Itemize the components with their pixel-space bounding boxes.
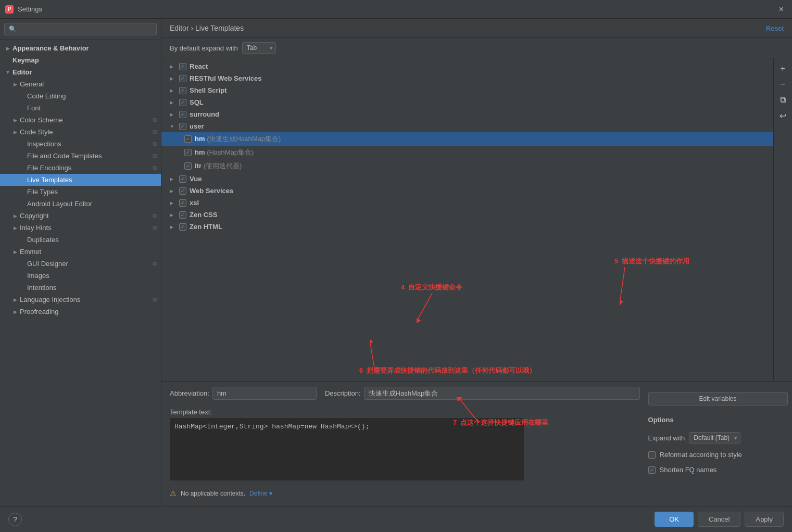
tree-arrow	[11, 308, 19, 315]
tree-arrow	[4, 69, 11, 76]
sidebar-item-code-editing[interactable]: Code Editing	[0, 90, 161, 102]
reformat-checkbox[interactable]	[648, 451, 656, 459]
tpl-group-zencss[interactable]: ▶Zen CSS	[161, 209, 773, 221]
sidebar-item-intentions[interactable]: Intentions	[0, 282, 161, 294]
sidebar-item-gui-designer[interactable]: GUI Designer⧉	[0, 258, 161, 270]
tpl-group-sql[interactable]: ▶SQL	[161, 96, 773, 108]
warning-text: No applicable contexts.	[181, 490, 245, 497]
group-arrow: ▶	[170, 112, 177, 117]
group-checkbox[interactable]	[179, 111, 186, 118]
sidebar-item-emmet[interactable]: Emmet	[0, 246, 161, 258]
template-text-label: Template text:	[170, 408, 640, 416]
sidebar-item-label: Color Scheme	[20, 116, 150, 124]
shorten-fq-checkbox[interactable]	[648, 466, 656, 474]
apply-button[interactable]: Apply	[745, 512, 784, 527]
group-checkbox[interactable]	[179, 187, 186, 195]
sidebar-item-label: Language Injections	[20, 296, 150, 303]
tpl-item-hm1[interactable]: hm (快速生成HashMap集合)	[161, 132, 773, 146]
group-checkbox[interactable]	[179, 75, 186, 82]
item-checkbox[interactable]	[184, 162, 192, 170]
tpl-item-itr[interactable]: itr (使用迭代器)	[161, 159, 773, 173]
tree-arrow	[19, 200, 26, 208]
ok-button[interactable]: OK	[655, 512, 694, 527]
tpl-group-zenhtml[interactable]: ▶Zen HTML	[161, 221, 773, 233]
template-text-editor[interactable]	[170, 418, 524, 480]
sidebar-tree: Appearance & BehaviorKeymapEditorGeneral…	[0, 40, 161, 506]
group-checkbox[interactable]	[179, 63, 186, 70]
help-button[interactable]: ?	[8, 513, 22, 526]
sidebar-item-color-scheme[interactable]: Color Scheme⧉	[0, 114, 161, 126]
warning-row: ⚠ No applicable contexts. Define ▾	[170, 486, 640, 501]
description-input[interactable]	[364, 387, 640, 400]
sidebar-item-editor[interactable]: Editor	[0, 66, 161, 78]
item-checkbox[interactable]	[184, 149, 192, 156]
item-checkbox[interactable]	[184, 135, 192, 143]
group-checkbox[interactable]	[179, 87, 186, 94]
reset-button[interactable]: Reset	[766, 24, 784, 32]
sidebar-item-inspections[interactable]: Inspections⧉	[0, 138, 161, 150]
reset-tool-button[interactable]: ↩	[777, 109, 789, 122]
group-arrow: ▼	[170, 124, 177, 129]
sidebar-item-images[interactable]: Images	[0, 270, 161, 282]
abbreviation-group: Abbreviation:	[170, 387, 317, 400]
sidebar-item-inlay-hints[interactable]: Inlay Hints⧉	[0, 222, 161, 234]
main-split: ▶React▶RESTful Web Services▶Shell Script…	[161, 58, 792, 381]
sidebar-item-keymap[interactable]: Keymap	[0, 54, 161, 66]
remove-button[interactable]: −	[777, 78, 789, 91]
sidebar-item-label: Code Style	[20, 128, 150, 136]
sidebar-item-file-encodings[interactable]: File Encodings⧉	[0, 162, 161, 174]
sidebar-item-lang-injections[interactable]: Language Injections⧉	[0, 294, 161, 306]
sidebar-item-copyright[interactable]: Copyright⧉	[0, 210, 161, 222]
fields-row: Abbreviation: Description:	[170, 387, 640, 400]
sidebar-item-file-types[interactable]: File Types	[0, 186, 161, 198]
expand-with-option: Expand with Default (Tab)	[648, 432, 788, 444]
group-checkbox[interactable]	[179, 175, 186, 183]
sidebar-item-file-templates[interactable]: File and Code Templates⧉	[0, 150, 161, 162]
search-input[interactable]	[4, 23, 157, 35]
tpl-group-react[interactable]: ▶React	[161, 60, 773, 72]
tpl-group-webservices[interactable]: ▶Web Services	[161, 185, 773, 197]
dialog-body: Appearance & BehaviorKeymapEditorGeneral…	[0, 19, 792, 506]
template-text-section: Template text:	[170, 408, 640, 482]
cancel-button[interactable]: Cancel	[698, 512, 740, 527]
group-checkbox[interactable]	[179, 123, 186, 130]
main-area: By default expand with TabEnterSpace ▶Re…	[161, 38, 792, 506]
define-link[interactable]: Define ▾	[249, 490, 272, 497]
tpl-group-user[interactable]: ▼user	[161, 120, 773, 132]
group-name: Shell Script	[190, 86, 227, 94]
description-label: Description:	[325, 389, 361, 397]
sidebar-item-duplicates[interactable]: Duplicates	[0, 234, 161, 246]
tpl-group-xsl[interactable]: ▶xsl	[161, 197, 773, 209]
tpl-group-shell[interactable]: ▶Shell Script	[161, 84, 773, 96]
tpl-item-hm2[interactable]: hm (HashMap集合)	[161, 146, 773, 159]
tpl-group-vue[interactable]: ▶Vue	[161, 173, 773, 185]
sidebar-item-proofreading[interactable]: Proofreading	[0, 306, 161, 318]
tpl-group-restful[interactable]: ▶RESTful Web Services	[161, 72, 773, 84]
close-button[interactable]: ×	[776, 4, 787, 15]
expand-with-select-wrapper: Default (Tab)	[689, 432, 740, 444]
tree-arrow	[19, 176, 26, 184]
expand-select[interactable]: TabEnterSpace	[242, 42, 276, 54]
sidebar-item-label: General	[20, 80, 157, 88]
sidebar-item-live-templates[interactable]: Live Templates	[0, 174, 161, 186]
edit-variables-button[interactable]: Edit variables	[648, 392, 788, 406]
copy-button[interactable]: ⧉	[777, 94, 789, 106]
group-checkbox[interactable]	[179, 99, 186, 106]
tpl-group-surround[interactable]: ▶surround	[161, 108, 773, 120]
group-name: Vue	[190, 175, 202, 183]
sidebar-item-appearance[interactable]: Appearance & Behavior	[0, 42, 161, 54]
expand-with-select[interactable]: Default (Tab)	[689, 432, 740, 444]
group-checkbox[interactable]	[179, 223, 186, 231]
group-checkbox[interactable]	[179, 199, 186, 207]
right-options-panel: Edit variables Options Expand with Defau…	[640, 387, 792, 482]
sidebar-item-font[interactable]: Font	[0, 102, 161, 114]
group-checkbox[interactable]	[179, 211, 186, 219]
sidebar: Appearance & BehaviorKeymapEditorGeneral…	[0, 19, 161, 506]
abbreviation-input[interactable]	[212, 387, 317, 400]
app-icon: P	[5, 5, 14, 14]
sidebar-item-android-layout[interactable]: Android Layout Editor	[0, 198, 161, 210]
tree-arrow	[19, 236, 26, 244]
sidebar-item-general[interactable]: General	[0, 78, 161, 90]
sidebar-item-code-style[interactable]: Code Style⧉	[0, 126, 161, 138]
add-button[interactable]: +	[777, 62, 789, 75]
